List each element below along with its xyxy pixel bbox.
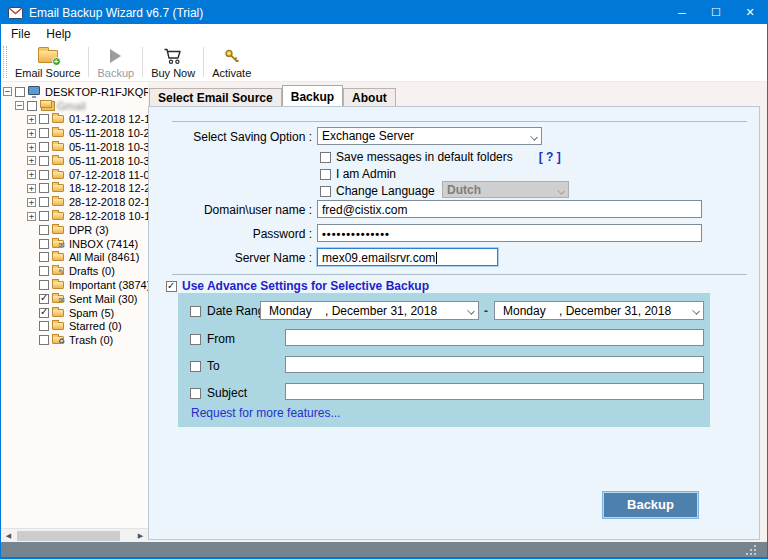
tree-item-checkbox[interactable] bbox=[39, 321, 49, 331]
buy-now-button[interactable]: Buy Now bbox=[145, 43, 201, 81]
expand-icon[interactable]: + bbox=[27, 156, 36, 165]
tree-item[interactable]: ✉Sent Mail (30) bbox=[1, 292, 148, 306]
backup-toolbar-label: Backup bbox=[97, 67, 134, 79]
tree-item[interactable]: All Mail (8461) bbox=[1, 251, 148, 265]
tree-item[interactable]: −DESKTOP-R1FJKQR bbox=[1, 85, 148, 99]
tree-item[interactable]: +01-12-2018 12-11 bbox=[1, 113, 148, 127]
to-input[interactable] bbox=[285, 356, 704, 373]
tree-item-checkbox[interactable] bbox=[39, 294, 49, 304]
menu-file[interactable]: File bbox=[1, 27, 38, 41]
subject-input[interactable] bbox=[285, 383, 704, 400]
tree-item-checkbox[interactable] bbox=[15, 87, 25, 97]
change-language-label: Change Language bbox=[336, 184, 435, 198]
folder-icon bbox=[52, 279, 67, 291]
close-button[interactable]: ✕ bbox=[733, 1, 767, 24]
request-features-link[interactable]: Request for more features... bbox=[191, 406, 340, 420]
collapse-icon[interactable]: − bbox=[3, 87, 12, 96]
tab-about[interactable]: About bbox=[343, 88, 396, 106]
to-checkbox[interactable] bbox=[190, 361, 201, 372]
i-am-admin-checkbox[interactable] bbox=[320, 169, 331, 180]
scroll-right-arrow-icon[interactable] bbox=[133, 529, 148, 542]
domain-input[interactable]: fred@cistix.com bbox=[317, 200, 702, 218]
date-from-select[interactable]: Monday , December 31, 2018 bbox=[260, 301, 479, 320]
expand-icon[interactable]: + bbox=[27, 184, 36, 193]
tree-item-checkbox[interactable] bbox=[39, 170, 49, 180]
tree-item[interactable]: +05-11-2018 10-35 bbox=[1, 154, 148, 168]
date-to-select[interactable]: Monday , December 31, 2018 bbox=[494, 301, 704, 320]
expand-icon[interactable]: + bbox=[27, 129, 36, 138]
tree-item-checkbox[interactable] bbox=[39, 308, 49, 318]
change-language-checkbox[interactable] bbox=[320, 186, 331, 197]
subject-row: Subject bbox=[190, 386, 247, 400]
tree-item-label: All Mail (8461) bbox=[69, 251, 139, 263]
from-input[interactable] bbox=[285, 329, 704, 346]
tree-item-checkbox[interactable] bbox=[39, 225, 49, 235]
server-name-input[interactable]: mex09.emailsrvr.com bbox=[317, 248, 498, 266]
tree-item[interactable]: +07-12-2018 11-04 bbox=[1, 168, 148, 182]
tree-item-checkbox[interactable] bbox=[39, 211, 49, 221]
tree-item[interactable]: Starred (0) bbox=[1, 320, 148, 334]
tree-item-label: Drafts (0) bbox=[69, 265, 115, 277]
tree-item[interactable]: DPR (3) bbox=[1, 223, 148, 237]
menu-help[interactable]: Help bbox=[38, 27, 79, 41]
date-range-checkbox[interactable] bbox=[190, 306, 201, 317]
tree-item-checkbox[interactable] bbox=[39, 266, 49, 276]
folder-icon bbox=[52, 196, 67, 208]
from-checkbox[interactable] bbox=[190, 334, 201, 345]
resize-grip-icon[interactable] bbox=[754, 545, 756, 547]
tree-item-label: DESKTOP-R1FJKQR bbox=[45, 86, 148, 98]
tree-item-checkbox[interactable] bbox=[39, 335, 49, 345]
advance-settings-checkbox[interactable] bbox=[166, 281, 177, 292]
mail-folder-icon: ✉ bbox=[52, 238, 67, 250]
tab-backup[interactable]: Backup bbox=[282, 85, 343, 106]
email-source-button[interactable]: Email Source bbox=[9, 43, 86, 81]
tree-item-checkbox[interactable] bbox=[39, 142, 49, 152]
tree-item[interactable]: +05-11-2018 10-29 bbox=[1, 126, 148, 140]
tree-item[interactable]: ✎Drafts (0) bbox=[1, 264, 148, 278]
saving-option-label: Select Saving Option : bbox=[149, 130, 312, 144]
tree-item-checkbox[interactable] bbox=[39, 280, 49, 290]
activate-button[interactable]: Activate bbox=[206, 43, 257, 81]
tree-item[interactable]: +05-11-2018 10-33 bbox=[1, 140, 148, 154]
tab-select-email-source[interactable]: Select Email Source bbox=[149, 88, 282, 106]
collapse-icon[interactable]: − bbox=[15, 101, 24, 110]
maximize-button[interactable]: ☐ bbox=[699, 1, 733, 24]
scrollbar-thumb[interactable] bbox=[17, 531, 120, 541]
toolbar-separator bbox=[88, 47, 89, 77]
help-link[interactable]: [ ? ] bbox=[539, 150, 561, 164]
password-input[interactable]: •••••••••••••• bbox=[317, 224, 702, 242]
tree-item-checkbox[interactable] bbox=[39, 114, 49, 124]
tree-item-checkbox[interactable] bbox=[39, 156, 49, 166]
tree-item[interactable]: −Gmail bbox=[1, 99, 148, 113]
tree-item-checkbox[interactable] bbox=[39, 183, 49, 193]
tree-item[interactable]: ✉INBOX (7414) bbox=[1, 237, 148, 251]
toolbar-grip[interactable] bbox=[3, 46, 7, 78]
subject-checkbox[interactable] bbox=[190, 388, 201, 399]
expand-icon[interactable]: + bbox=[27, 170, 36, 179]
expand-icon[interactable]: + bbox=[27, 198, 36, 207]
tree-item-checkbox[interactable] bbox=[39, 128, 49, 138]
minimize-button[interactable]: ─ bbox=[665, 1, 699, 24]
expand-icon[interactable]: + bbox=[27, 115, 36, 124]
play-icon bbox=[110, 47, 121, 66]
tree-item[interactable]: +28-12-2018 02-18 bbox=[1, 195, 148, 209]
expand-icon[interactable]: + bbox=[27, 212, 36, 221]
tree-item-checkbox[interactable] bbox=[39, 252, 49, 262]
tree-item[interactable]: Spam (5) bbox=[1, 306, 148, 320]
tree-item[interactable]: +28-12-2018 10-14 bbox=[1, 209, 148, 223]
saving-option-select[interactable]: Exchange Server bbox=[317, 127, 542, 145]
backup-tab-page: Select Saving Option : Exchange Server S… bbox=[148, 106, 760, 540]
tree-item-checkbox[interactable] bbox=[39, 239, 49, 249]
tree-item[interactable]: ♻Trash (0) bbox=[1, 333, 148, 347]
scroll-left-arrow-icon[interactable] bbox=[1, 529, 16, 542]
tree-horizontal-scrollbar[interactable] bbox=[1, 528, 148, 542]
expand-icon[interactable]: + bbox=[27, 143, 36, 152]
tree-item-checkbox[interactable] bbox=[39, 197, 49, 207]
tree-item[interactable]: Important (3874) bbox=[1, 278, 148, 292]
tree-item[interactable]: +18-12-2018 12-24 bbox=[1, 182, 148, 196]
backup-button[interactable]: Backup bbox=[602, 491, 699, 519]
tree-item-checkbox[interactable] bbox=[27, 101, 37, 111]
save-messages-checkbox[interactable] bbox=[320, 152, 331, 163]
advance-settings-title: Use Advance Settings for Selective Backu… bbox=[182, 279, 429, 293]
i-am-admin-label: I am Admin bbox=[336, 167, 396, 181]
